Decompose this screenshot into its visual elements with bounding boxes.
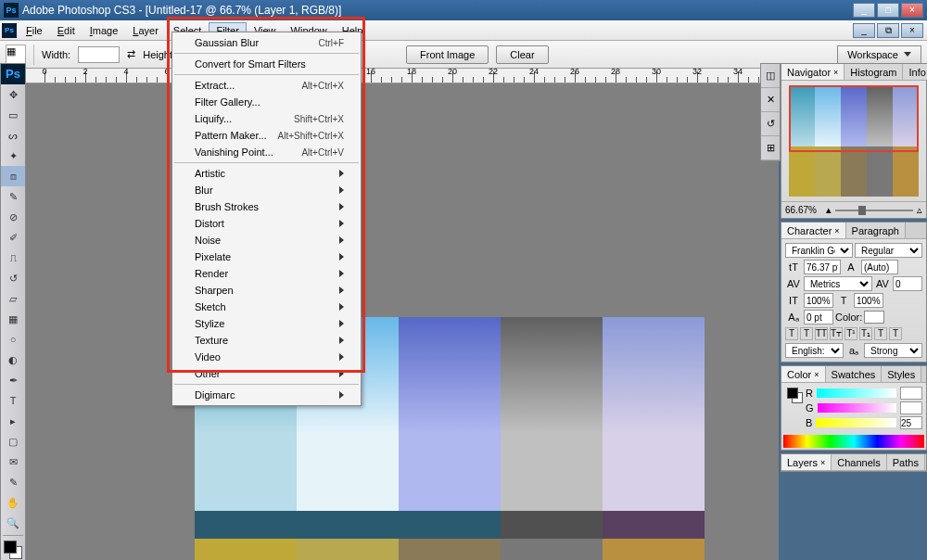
- doc-restore-button[interactable]: ⧉: [877, 23, 899, 38]
- canvas-area[interactable]: [26, 83, 779, 560]
- dock-icon[interactable]: ⊞: [761, 136, 780, 160]
- tab-color[interactable]: Color×: [781, 366, 826, 382]
- r-slider[interactable]: [817, 388, 896, 398]
- smallcaps-button[interactable]: Tᴛ: [830, 327, 843, 340]
- tab-navigator[interactable]: Navigator×: [781, 64, 844, 80]
- font-size-input[interactable]: [804, 260, 841, 274]
- g-input[interactable]: [900, 401, 922, 414]
- healing-tool[interactable]: ⊘: [1, 207, 25, 227]
- language-select[interactable]: English: USA: [785, 343, 844, 358]
- bold-button[interactable]: T: [785, 327, 798, 340]
- color-picker[interactable]: [1, 538, 25, 560]
- swap-icon[interactable]: ⇄: [127, 48, 135, 60]
- tab-layers[interactable]: Layers×: [781, 454, 832, 470]
- shape-tool[interactable]: ▢: [1, 431, 25, 452]
- magic-wand-tool[interactable]: ✦: [1, 146, 25, 166]
- workspace-dropdown[interactable]: Workspace: [837, 45, 921, 64]
- dock-icon[interactable]: ✕: [761, 88, 780, 112]
- eraser-tool[interactable]: ▱: [1, 288, 25, 309]
- menu-item-texture[interactable]: Texture: [172, 332, 361, 349]
- front-image-button[interactable]: Front Image: [406, 45, 489, 64]
- tab-histogram[interactable]: Histogram: [844, 64, 903, 80]
- font-family-select[interactable]: Franklin Gothic D...: [785, 243, 853, 258]
- doc-minimize-button[interactable]: _: [853, 23, 875, 38]
- menu-item-blur[interactable]: Blur: [172, 182, 361, 198]
- zoom-tool[interactable]: 🔍: [1, 513, 25, 533]
- hscale-input[interactable]: [854, 293, 883, 308]
- tab-paths[interactable]: Paths: [887, 454, 925, 470]
- maximize-button[interactable]: □: [877, 3, 899, 18]
- marquee-tool[interactable]: ▭: [1, 105, 25, 125]
- menu-item-extract-[interactable]: Extract...Alt+Ctrl+X: [172, 77, 361, 94]
- doc-close-button[interactable]: ×: [901, 23, 923, 38]
- tab-styles[interactable]: Styles: [882, 366, 921, 382]
- zoom-slider[interactable]: 66.67% ▴ ▵: [781, 201, 926, 218]
- zoom-in-icon[interactable]: ▵: [917, 204, 922, 216]
- eyedropper-tool[interactable]: ✎: [1, 472, 25, 492]
- tab-channels[interactable]: Channels: [832, 454, 886, 470]
- menu-edit[interactable]: Edit: [50, 22, 83, 39]
- font-style-select[interactable]: Regular: [855, 243, 922, 258]
- hand-tool[interactable]: ✋: [1, 492, 25, 513]
- history-brush-tool[interactable]: ↺: [1, 268, 25, 288]
- tab-swatches[interactable]: Swatches: [826, 366, 883, 382]
- dodge-tool[interactable]: ◐: [1, 350, 25, 370]
- menu-item-sharpen[interactable]: Sharpen: [172, 282, 361, 299]
- menu-item-distort[interactable]: Distort: [172, 215, 361, 232]
- menu-item-noise[interactable]: Noise: [172, 232, 361, 248]
- menu-item-gaussian-blur[interactable]: Gaussian BlurCtrl+F: [172, 34, 361, 51]
- menu-item-video[interactable]: Video: [172, 349, 361, 365]
- b-input[interactable]: [900, 416, 922, 429]
- menu-item-pattern-maker-[interactable]: Pattern Maker...Alt+Shift+Ctrl+X: [172, 127, 361, 144]
- baseline-input[interactable]: [804, 310, 833, 325]
- move-tool[interactable]: ✥: [1, 84, 25, 105]
- menu-item-convert-for-smart-filters[interactable]: Convert for Smart Filters: [172, 56, 361, 72]
- dock-icon[interactable]: ↺: [761, 112, 780, 136]
- navigator-thumbnail[interactable]: [789, 85, 919, 197]
- vscale-input[interactable]: [804, 293, 833, 308]
- menu-item-artistic[interactable]: Artistic: [172, 165, 361, 182]
- close-button[interactable]: ×: [901, 3, 923, 18]
- stamp-tool[interactable]: ⎍: [1, 248, 25, 268]
- tab-info[interactable]: Info: [903, 64, 927, 80]
- underline-button[interactable]: T: [874, 327, 887, 340]
- minimize-button[interactable]: _: [853, 3, 875, 18]
- tracking-input[interactable]: [893, 276, 922, 291]
- tool-preset-icon[interactable]: ▦: [6, 45, 26, 65]
- width-input[interactable]: [78, 46, 120, 63]
- crop-tool[interactable]: ⧈: [1, 166, 25, 186]
- r-input[interactable]: [900, 387, 922, 400]
- antialias-select[interactable]: Strong: [864, 343, 922, 358]
- gradient-tool[interactable]: ▦: [1, 309, 25, 329]
- clear-button[interactable]: Clear: [496, 45, 548, 64]
- tab-character[interactable]: Character×: [781, 223, 846, 238]
- menu-item-render[interactable]: Render: [172, 265, 361, 282]
- menu-item-other[interactable]: Other: [172, 365, 361, 382]
- menu-item-sketch[interactable]: Sketch: [172, 299, 361, 315]
- menu-item-pixelate[interactable]: Pixelate: [172, 248, 361, 265]
- notes-tool[interactable]: ✉: [1, 452, 25, 472]
- zoom-track[interactable]: [835, 210, 913, 211]
- menu-item-filter-gallery-[interactable]: Filter Gallery...: [172, 94, 361, 110]
- menu-item-vanishing-point-[interactable]: Vanishing Point...Alt+Ctrl+V: [172, 144, 361, 160]
- color-spectrum[interactable]: [783, 435, 924, 448]
- color-fgbg-swatch[interactable]: [787, 388, 804, 404]
- blur-tool[interactable]: ○: [1, 329, 25, 350]
- italic-button[interactable]: T: [800, 327, 813, 340]
- brush-tool[interactable]: ✐: [1, 227, 25, 248]
- type-tool[interactable]: T: [1, 390, 25, 411]
- menu-file[interactable]: File: [19, 22, 50, 39]
- subscript-button[interactable]: T₁: [859, 327, 872, 340]
- dock-icon[interactable]: ◫: [761, 64, 780, 88]
- lasso-tool[interactable]: ᔕ: [1, 125, 25, 146]
- path-select-tool[interactable]: ▸: [1, 411, 25, 431]
- pen-tool[interactable]: ✒: [1, 370, 25, 390]
- strike-button[interactable]: T: [889, 327, 902, 340]
- kerning-select[interactable]: Metrics: [804, 276, 872, 291]
- g-slider[interactable]: [818, 403, 896, 413]
- slice-tool[interactable]: ✎: [1, 186, 25, 207]
- zoom-out-icon[interactable]: ▴: [826, 204, 832, 216]
- text-color-swatch[interactable]: [864, 311, 884, 324]
- allcaps-button[interactable]: TT: [815, 327, 828, 340]
- superscript-button[interactable]: T¹: [844, 327, 857, 340]
